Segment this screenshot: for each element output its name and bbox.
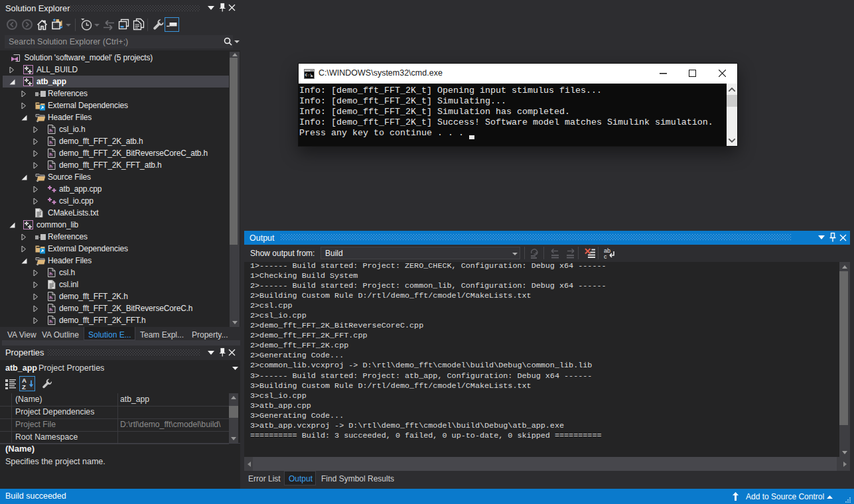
svg-text:c: c bbox=[604, 253, 607, 259]
